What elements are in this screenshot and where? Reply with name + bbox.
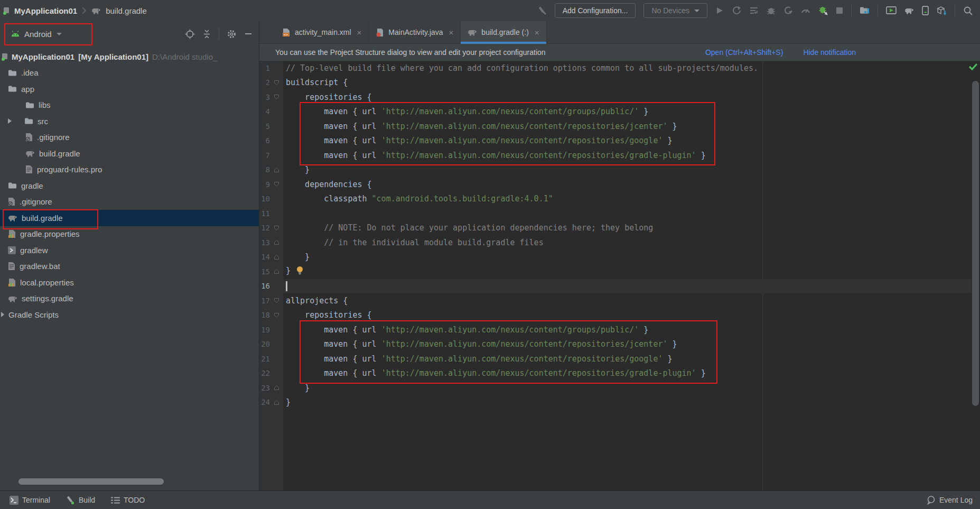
code-text[interactable]: maven { url 'http://maven.aliyun.com/nex… [286,339,677,349]
device-selector[interactable]: No Devices [643,3,707,18]
code-text[interactable]: allprojects { [286,296,348,306]
vertical-scrollbar[interactable] [972,81,979,406]
code-text[interactable]: buildscript { [286,78,348,87]
tree-item-gradle-scripts[interactable]: Gradle Scripts [0,307,259,323]
code-line-24[interactable]: 24} [259,395,980,410]
code-line-2[interactable]: 2buildscript { [259,76,980,90]
tab-activity-main-xml[interactable]: <> activity_main.xml × [275,21,369,43]
code-line-8[interactable]: 8 } [259,163,980,178]
code-text[interactable]: repositories { [286,92,372,102]
tree-item-gradle-properties[interactable]: gradle.properties [0,226,259,243]
code-text[interactable]: // NOTE: Do not place your application d… [286,223,653,233]
run-icon[interactable] [715,6,724,15]
code-editor[interactable]: 1// Top-level build file where you can a… [259,61,980,491]
fold-marker-icon[interactable] [270,254,283,260]
code-text[interactable]: } [286,266,304,277]
tree-item-app[interactable]: app [0,81,259,97]
tab-mainactivity-java[interactable]: MainActivity.java × [369,21,461,43]
fold-marker-icon[interactable] [270,94,283,100]
chevron-down-icon[interactable] [57,33,62,35]
tree-item-gradlew-bat[interactable]: gradlew.bat [0,258,259,275]
event-log-button[interactable]: Event Log [926,495,973,505]
code-text[interactable]: maven { url 'http://maven.aliyun.com/nex… [286,368,706,378]
tree-item--gitignore[interactable]: .gitignore [0,194,259,210]
attach-process-icon[interactable] [783,6,793,15]
tree-item-build-gradle[interactable]: build.gradle [0,210,259,226]
code-text[interactable]: } [286,165,310,174]
code-line-17[interactable]: 17allprojects { [259,293,980,308]
open-project-structure-link[interactable]: Open (Ctrl+Alt+Shift+S) [705,48,783,57]
code-line-1[interactable]: 1// Top-level build file where you can a… [259,61,980,76]
profiler-icon[interactable] [801,6,810,15]
code-text[interactable]: } [286,252,310,262]
code-line-14[interactable]: 14 } [259,250,980,265]
add-configuration-button[interactable]: Add Configuration... [555,3,636,18]
code-text[interactable]: // in the individual module build.gradle… [286,238,544,247]
code-line-12[interactable]: 12 // NOTE: Do not place your applicatio… [259,221,980,236]
build-hammer-icon[interactable] [537,6,547,15]
tree-item-local-properties[interactable]: local.properties [0,274,259,291]
close-icon[interactable]: × [357,28,362,37]
code-line-21[interactable]: 21 maven { url 'http://maven.aliyun.com/… [259,351,980,366]
locate-icon[interactable] [185,29,195,39]
inspection-ok-icon[interactable] [969,63,977,72]
code-text[interactable]: maven { url 'http://maven.aliyun.com/nex… [286,122,677,131]
tree-item-root[interactable]: MyApplication01[My Application01]D:\Andr… [0,49,259,65]
code-text[interactable]: maven { url 'http://maven.aliyun.com/nex… [286,325,648,335]
code-line-10[interactable]: 10 classpath "com.android.tools.build:gr… [259,192,980,207]
close-icon[interactable]: × [449,28,454,37]
tree-item--idea[interactable]: .idea [0,65,259,81]
tree-item-build-gradle[interactable]: build.gradle [0,145,259,162]
tree-item-proguard-rules-pro[interactable]: proguard-rules.pro [0,162,259,178]
breadcrumb-file[interactable]: build.gradle [106,6,147,15]
fold-marker-icon[interactable] [270,312,283,318]
code-text[interactable]: maven { url 'http://maven.aliyun.com/nex… [286,136,673,145]
code-line-20[interactable]: 20 maven { url 'http://maven.aliyun.com/… [259,337,980,352]
code-line-3[interactable]: 3 repositories { [259,90,980,105]
code-text[interactable]: repositories { [286,310,372,320]
fold-marker-icon[interactable] [270,181,283,187]
code-text[interactable]: dependencies { [286,180,372,189]
fold-marker-icon[interactable] [270,385,283,391]
avd-manager-icon[interactable] [886,6,897,15]
tree-item-settings-gradle[interactable]: settings.gradle [0,291,259,307]
tree-item-libs[interactable]: libs [0,97,259,114]
code-line-19[interactable]: 19 maven { url 'http://maven.aliyun.com/… [259,322,980,337]
code-text[interactable]: } [286,383,310,393]
hide-notification-link[interactable]: Hide notification [803,48,856,57]
project-structure-icon[interactable] [860,6,870,15]
code-line-6[interactable]: 6 maven { url 'http://maven.aliyun.com/n… [259,134,980,149]
toolwindow-build[interactable]: Build [66,496,95,505]
search-icon[interactable] [963,6,973,15]
fold-marker-icon[interactable] [270,269,283,274]
tab-build-gradle[interactable]: build.gradle (:) × [461,21,546,43]
code-line-4[interactable]: 4 maven { url 'http://maven.aliyun.com/n… [259,105,980,119]
breadcrumb-project[interactable]: MyApplication01 [14,6,77,15]
toolwindow-terminal[interactable]: Terminal [10,496,50,505]
stop-icon[interactable] [836,7,843,14]
expand-chevron-icon[interactable] [8,118,12,124]
collapse-all-icon[interactable] [202,30,211,39]
code-text[interactable]: } [286,397,291,407]
attach-debugger-icon[interactable] [818,6,828,15]
debug-icon[interactable] [767,6,776,15]
gradle-sync-icon[interactable] [904,7,914,14]
fold-marker-icon[interactable] [270,400,283,405]
code-text[interactable]: // Top-level build file where you can ad… [286,63,758,73]
fold-marker-icon[interactable] [270,225,283,231]
code-line-13[interactable]: 13 // in the individual module build.gra… [259,235,980,250]
code-line-22[interactable]: 22 maven { url 'http://maven.aliyun.com/… [259,366,980,381]
close-icon[interactable]: × [535,28,539,37]
apply-changes-icon[interactable] [749,6,759,15]
device-manager-icon[interactable] [922,6,929,15]
horizontal-scrollbar[interactable] [18,478,164,485]
tree-item-src[interactable]: src [0,113,259,129]
code-line-23[interactable]: 23 } [259,381,980,395]
code-line-16[interactable]: 16 [259,279,980,294]
expand-chevron-icon[interactable] [1,312,4,317]
tree-item-gradle[interactable]: gradle [0,178,259,194]
rerun-icon[interactable] [732,6,741,15]
tree-item--gitignore[interactable]: .gitignore [0,129,259,146]
gear-icon[interactable] [227,29,237,39]
project-view-mode[interactable]: Android [24,30,52,39]
